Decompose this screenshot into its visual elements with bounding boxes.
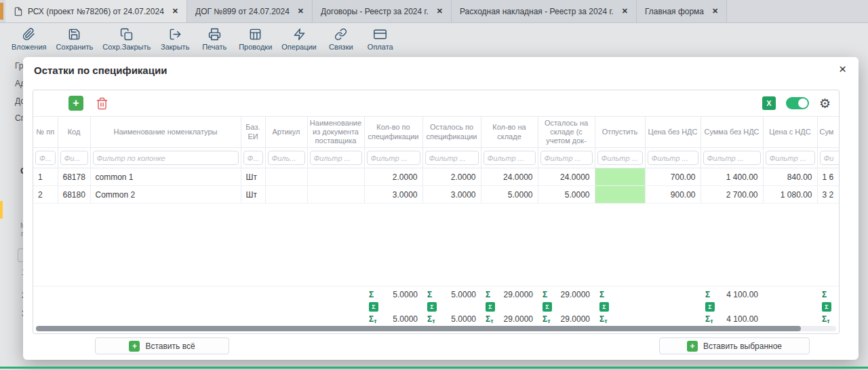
plus-icon: +: [129, 341, 140, 352]
column-header-14[interactable]: Сум: [817, 117, 839, 148]
column-header-1[interactable]: Код: [58, 117, 90, 148]
filter-input-2[interactable]: [93, 151, 239, 165]
sum-value: 4 100.00: [726, 290, 758, 299]
sum-value: 29.0000: [561, 290, 590, 299]
table-empty-area: [33, 204, 839, 286]
sum-total-value: 29.0000: [504, 314, 533, 324]
sum-value: 5.0000: [451, 290, 476, 299]
sum-total-value: 5.0000: [393, 314, 418, 324]
column-header-9[interactable]: Осталось на складе (с учетом док-: [538, 117, 595, 148]
table-row-1[interactable]: 168178common 1Шт2.00002.000024.000024.00…: [33, 168, 839, 186]
filter-input-10[interactable]: [597, 151, 643, 165]
column-header-8[interactable]: Кол-во на складе: [481, 117, 538, 148]
cell: [307, 186, 364, 204]
insert-all-label: Вставить всё: [145, 341, 195, 351]
cell: 3.0000: [422, 186, 481, 204]
filter-input-9[interactable]: [540, 151, 593, 165]
filter-cell: [265, 148, 307, 168]
insert-selected-button[interactable]: + Вставить выбранное: [659, 337, 810, 354]
totals-cell: Σ5.0000ΣΣт5.0000: [364, 286, 422, 326]
column-header-6[interactable]: Кол-во по спецификации: [364, 117, 422, 148]
filter-input-6[interactable]: [367, 151, 420, 165]
sum-badge-icon[interactable]: Σ: [542, 302, 552, 312]
filter-input-3[interactable]: [243, 151, 263, 165]
sum-badge-icon[interactable]: Σ: [599, 302, 609, 312]
sum-total-value: 29.0000: [561, 314, 590, 324]
totals-cell: Σ29.0000ΣΣт29.0000: [538, 286, 595, 326]
filter-cell: [90, 148, 241, 168]
sum-badge-icon[interactable]: Σ: [822, 302, 831, 312]
filter-input-0[interactable]: [35, 151, 56, 165]
cell[interactable]: [595, 168, 645, 186]
horizontal-scrollbar[interactable]: [36, 326, 836, 331]
column-header-11[interactable]: Цена без НДС: [645, 117, 701, 148]
settings-gear-icon[interactable]: ⚙: [819, 97, 831, 110]
totals-cell: [307, 286, 364, 326]
filter-cell: [33, 148, 58, 168]
totals-cell: [645, 286, 701, 326]
filter-cell: [58, 148, 90, 168]
filter-cell: [595, 148, 645, 168]
column-header-4[interactable]: Артикул: [265, 117, 307, 148]
cell: 2.0000: [422, 168, 481, 186]
spec-panel-toolbar-right: X ⚙: [762, 96, 831, 110]
scrollbar-thumb[interactable]: [36, 326, 801, 331]
sum-icon: Σ: [369, 290, 374, 299]
sum-total-icon: Σт: [486, 314, 494, 325]
sum-total-icon: Σт: [599, 314, 608, 325]
cell[interactable]: [595, 186, 645, 204]
cell: Шт: [241, 168, 265, 186]
column-header-0[interactable]: № пп: [33, 117, 58, 148]
insert-all-button[interactable]: + Вставить всё: [95, 337, 229, 354]
filter-input-13[interactable]: [766, 151, 815, 165]
column-header-2[interactable]: Наименование номенклатуры: [90, 117, 241, 148]
spec-panel: + X ⚙ № ппКодНаименование номенклатурыБа…: [33, 90, 840, 334]
dialog-title: Остатки по спецификации: [34, 64, 167, 76]
filter-cell: [645, 148, 701, 168]
sum-total-icon: Σт: [369, 314, 377, 325]
sum-icon: Σ: [822, 290, 827, 299]
filter-cell: [307, 148, 364, 168]
cell: [265, 186, 307, 204]
add-row-button[interactable]: +: [68, 96, 83, 111]
filter-input-7[interactable]: [425, 151, 479, 165]
table-row-2[interactable]: 268180Common 2Шт3.00003.00005.00005.0000…: [33, 186, 839, 204]
page-bottom-accent: [0, 367, 868, 369]
column-header-12[interactable]: Сумма без НДС: [701, 117, 763, 148]
plus-icon: +: [687, 341, 698, 352]
filter-input-14[interactable]: [820, 151, 840, 165]
column-header-13[interactable]: Цена с НДС: [763, 117, 817, 148]
cell: 5.0000: [538, 186, 595, 204]
dialog-close-icon[interactable]: ×: [839, 62, 846, 75]
column-header-3[interactable]: Баз. ЕИ: [241, 117, 265, 148]
filter-row: [33, 148, 839, 168]
sum-badge-icon[interactable]: Σ: [486, 302, 495, 312]
filter-input-8[interactable]: [484, 151, 536, 165]
totals-cell: Σ4 100.00ΣΣт4 100.00: [701, 286, 763, 326]
sum-badge-icon[interactable]: Σ: [427, 302, 437, 312]
delete-row-button[interactable]: [96, 97, 108, 110]
column-header-5[interactable]: Наименование из документа поставщика: [307, 117, 364, 148]
sum-icon: Σ: [486, 290, 490, 299]
cell: 2.0000: [364, 168, 422, 186]
sum-badge-icon[interactable]: Σ: [705, 302, 715, 312]
filter-input-5[interactable]: [310, 151, 362, 165]
sum-value: 29.0000: [504, 290, 533, 299]
filter-toggle[interactable]: [786, 97, 809, 109]
filter-input-4[interactable]: [268, 151, 305, 165]
filter-cell: [763, 148, 817, 168]
cell: 1 400.00: [701, 168, 763, 186]
filter-input-12[interactable]: [703, 151, 761, 165]
column-header-10[interactable]: Отпустить: [595, 117, 645, 148]
filter-cell: [538, 148, 595, 168]
filter-input-11[interactable]: [648, 151, 698, 165]
totals-cell: [90, 286, 241, 326]
cell: 2 700.00: [701, 186, 763, 204]
sum-total-icon: Σт: [822, 314, 830, 325]
spec-table: № ппКодНаименование номенклатурыБаз. ЕИА…: [33, 116, 839, 325]
filter-input-1[interactable]: [60, 151, 88, 165]
sum-badge-icon[interactable]: Σ: [369, 302, 378, 312]
column-header-7[interactable]: Осталось по спецификации: [422, 117, 481, 148]
cell: common 1: [90, 168, 241, 186]
export-excel-button[interactable]: X: [762, 96, 776, 110]
